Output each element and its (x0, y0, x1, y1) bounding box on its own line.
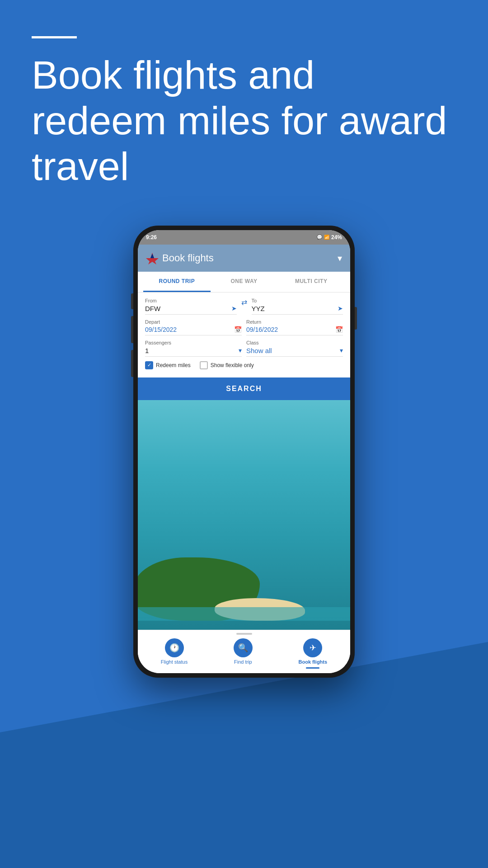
swap-icon-container[interactable]: ⇄ (241, 298, 247, 309)
show-flexible-item[interactable]: Show flexible only (200, 361, 254, 369)
find-trip-icon: 🔍 (234, 638, 253, 657)
checkmark-icon: ✓ (147, 362, 151, 368)
from-value-row[interactable]: DFW ➤ (145, 305, 237, 315)
depart-value-row[interactable]: 09/15/2022 📅 (145, 326, 242, 335)
passengers-label: Passengers (145, 340, 242, 345)
dropdown-icon[interactable]: ▾ (338, 253, 342, 264)
class-label: Class (246, 340, 343, 345)
beach-image (138, 400, 350, 630)
to-field-group: To YYZ ➤ (252, 298, 343, 315)
to-location-icon: ➤ (338, 305, 343, 312)
search-button[interactable]: SEARCH (138, 377, 350, 400)
nav-item-find-trip[interactable]: 🔍 Find trip (234, 638, 253, 669)
phone-mockup: 9:26 💬 📶 24% Book fl (0, 226, 488, 678)
status-time: 9:26 (146, 234, 157, 241)
airline-logo (146, 252, 159, 264)
nav-item-flight-status[interactable]: 🕐 Flight status (161, 638, 188, 669)
class-chevron-icon: ▾ (340, 347, 343, 354)
tab-multi-city[interactable]: MULTI CITY (277, 272, 345, 292)
flight-status-icon: 🕐 (165, 638, 184, 657)
return-value-row[interactable]: 09/16/2022 📅 (246, 326, 343, 335)
from-location-icon: ➤ (231, 305, 237, 312)
volume-down-button (131, 350, 133, 377)
passengers-chevron-icon: ▾ (239, 347, 242, 354)
class-select[interactable]: Show all ▾ (246, 347, 343, 357)
bottom-handle (138, 630, 350, 635)
from-field-group: From DFW ➤ (145, 298, 237, 315)
island-shape (138, 544, 350, 621)
water-overlay (138, 607, 350, 621)
volume-up-button (131, 316, 133, 343)
dates-row: Depart 09/15/2022 📅 Return 09/16/2022 (145, 319, 343, 335)
book-flights-label: Book flights (299, 659, 328, 665)
from-to-row: From DFW ➤ ⇄ To (145, 298, 343, 315)
passengers-value: 1 (145, 347, 149, 354)
book-flights-icon: ✈ (303, 638, 322, 657)
bottom-nav: 🕐 Flight status 🔍 Find trip ✈ Book fligh… (138, 630, 350, 673)
mute-button (131, 293, 133, 309)
return-calendar-icon: 📅 (335, 326, 343, 333)
header-area: Book flights and redeem miles for award … (0, 0, 488, 212)
app-header: Book flights ▾ (138, 245, 350, 272)
class-value: Show all (246, 347, 272, 354)
handle-bar (236, 633, 252, 635)
redeem-miles-item[interactable]: ✓ Redeem miles (145, 361, 191, 369)
to-label: To (252, 298, 343, 303)
phone-body: 9:26 💬 📶 24% Book fl (133, 226, 355, 678)
passengers-class-row: Passengers 1 ▾ Class Show all ▾ (145, 340, 343, 357)
status-bar: 9:26 💬 📶 24% (138, 230, 350, 245)
depart-value: 09/15/2022 (145, 326, 177, 333)
to-value: YYZ (252, 305, 265, 312)
redeem-miles-label: Redeem miles (156, 362, 191, 368)
find-trip-label: Find trip (234, 659, 252, 665)
nav-items: 🕐 Flight status 🔍 Find trip ✈ Book fligh… (138, 635, 350, 673)
tab-bar: ROUND TRIP ONE WAY MULTI CITY (138, 272, 350, 292)
redeem-miles-checkbox[interactable]: ✓ (145, 361, 153, 369)
passengers-select[interactable]: 1 ▾ (145, 347, 242, 357)
flight-status-label: Flight status (161, 659, 188, 665)
svg-marker-1 (150, 254, 154, 258)
passengers-group: Passengers 1 ▾ (145, 340, 242, 357)
phone-screen: 9:26 💬 📶 24% Book fl (138, 230, 350, 673)
signal-icon: 📶 (324, 235, 329, 240)
from-value: DFW (145, 305, 160, 312)
tab-round-trip[interactable]: ROUND TRIP (143, 272, 211, 292)
active-nav-indicator (306, 667, 319, 669)
header-title: Book flights and redeem miles for award … (32, 52, 456, 189)
form-card: ROUND TRIP ONE WAY MULTI CITY From DFW (138, 272, 350, 400)
to-value-row[interactable]: YYZ ➤ (252, 305, 343, 315)
checkboxes-row: ✓ Redeem miles Show flexible only (145, 361, 343, 369)
power-button (355, 307, 357, 330)
nav-item-book-flights[interactable]: ✈ Book flights (299, 638, 328, 669)
header-line (32, 36, 77, 38)
depart-calendar-icon: 📅 (234, 326, 242, 333)
tab-one-way[interactable]: ONE WAY (211, 272, 278, 292)
app-content: ROUND TRIP ONE WAY MULTI CITY From DFW (138, 272, 350, 673)
depart-field-group: Depart 09/15/2022 📅 (145, 319, 242, 335)
status-icons: 💬 📶 24% (317, 234, 342, 241)
return-label: Return (246, 319, 343, 325)
battery-level: 24% (331, 234, 342, 241)
depart-label: Depart (145, 319, 242, 325)
app-header-left: Book flights (146, 252, 214, 264)
form-body: From DFW ➤ ⇄ To (138, 292, 350, 377)
return-field-group: Return 09/16/2022 📅 (246, 319, 343, 335)
swap-icon: ⇄ (241, 298, 247, 307)
from-label: From (145, 298, 237, 303)
class-group: Class Show all ▾ (246, 340, 343, 357)
notification-icon: 💬 (317, 235, 322, 240)
show-flexible-label: Show flexible only (211, 362, 254, 368)
return-value: 09/16/2022 (246, 326, 278, 333)
app-title: Book flights (162, 252, 214, 264)
show-flexible-checkbox[interactable] (200, 361, 208, 369)
